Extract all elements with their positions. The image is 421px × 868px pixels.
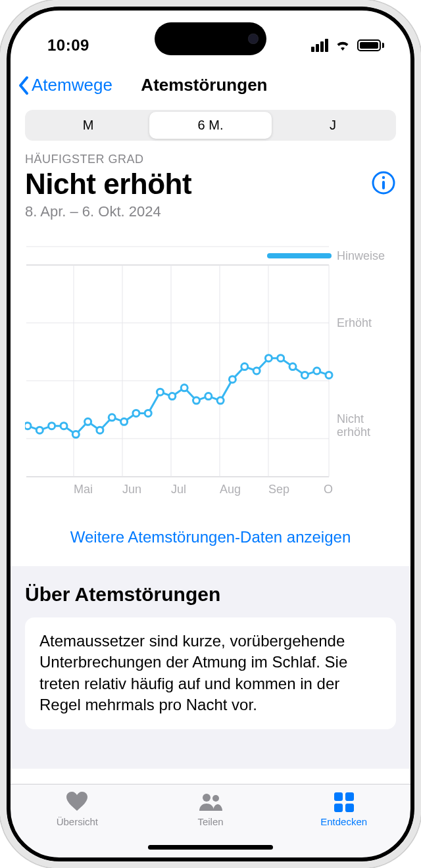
tab-discover-label: Entdecken (320, 816, 367, 827)
svg-point-39 (229, 376, 235, 383)
svg-point-35 (181, 385, 187, 391)
svg-point-33 (157, 389, 164, 395)
svg-point-28 (97, 427, 103, 433)
svg-point-36 (193, 397, 200, 404)
grid-icon (332, 791, 357, 813)
svg-text:Aug: Aug (220, 483, 241, 496)
wifi-icon (334, 39, 351, 52)
about-title: Über Atemstörungen (25, 583, 396, 606)
chart[interactable]: Hinweise Erhöht Nicht erhöht Mai Jun Jul… (25, 233, 396, 510)
svg-point-34 (169, 393, 176, 400)
svg-point-23 (36, 427, 43, 433)
svg-rect-52 (334, 804, 343, 812)
svg-point-26 (72, 431, 79, 438)
y-label-hinweise: Hinweise (337, 249, 385, 262)
home-indicator[interactable] (148, 845, 273, 850)
more-data-link[interactable]: Weitere Atemstörungen-Daten anzeigen (25, 528, 396, 546)
segment-six-month[interactable]: 6 M. (149, 112, 272, 139)
status-icons (311, 39, 384, 52)
tab-share-label: Teilen (197, 816, 223, 827)
svg-point-25 (61, 423, 67, 429)
svg-point-32 (145, 410, 151, 416)
svg-text:Sep: Sep (268, 483, 289, 496)
page-title: Atemstörungen (14, 75, 395, 95)
tab-overview[interactable]: Übersicht (11, 791, 144, 857)
svg-rect-2 (382, 181, 385, 189)
y-label-erhoht: Erhöht (337, 316, 372, 329)
about-section: Über Atemstörungen Atemaussetzer sind ku… (11, 566, 410, 769)
svg-point-22 (25, 423, 31, 429)
people-icon (198, 791, 223, 813)
svg-point-48 (203, 794, 210, 802)
cellular-icon (311, 39, 328, 52)
summary-value: Nicht erhöht (25, 168, 191, 201)
about-card: Atemaussetzer sind kurze, vorübergehende… (25, 617, 396, 729)
svg-text:Jun: Jun (122, 483, 141, 496)
y-label-nicht2: erhöht (337, 425, 370, 439)
svg-point-44 (289, 364, 296, 370)
tab-overview-label: Übersicht (57, 816, 98, 827)
svg-point-49 (212, 795, 219, 802)
svg-point-37 (205, 393, 212, 400)
svg-point-47 (326, 372, 332, 378)
time-range-segmented[interactable]: M 6 M. J (25, 110, 396, 141)
svg-text:Jul: Jul (171, 483, 186, 496)
svg-point-43 (278, 355, 284, 362)
tab-discover[interactable]: Entdecken (277, 791, 410, 857)
svg-rect-53 (345, 804, 354, 812)
svg-point-1 (382, 176, 385, 179)
dynamic-island (155, 22, 266, 55)
svg-point-46 (314, 368, 320, 374)
svg-point-29 (109, 414, 115, 421)
svg-text:Mai: Mai (74, 483, 93, 496)
y-label-nicht1: Nicht (337, 412, 364, 425)
svg-point-42 (265, 355, 272, 362)
svg-rect-50 (334, 792, 343, 801)
status-time: 10:09 (47, 36, 89, 55)
svg-text:O: O (324, 483, 333, 496)
svg-point-31 (133, 410, 139, 416)
nav-header: Atemwege Atemstörungen (11, 63, 410, 102)
svg-point-30 (121, 418, 128, 425)
segment-month[interactable]: M (27, 112, 149, 139)
svg-point-38 (217, 397, 224, 404)
segment-year[interactable]: J (272, 112, 394, 139)
heart-icon (64, 791, 89, 813)
svg-rect-51 (345, 792, 354, 801)
svg-point-27 (85, 418, 91, 425)
chart-series (25, 355, 332, 438)
svg-point-45 (301, 372, 308, 378)
battery-icon (357, 39, 384, 51)
summary-date-range: 8. Apr. – 6. Okt. 2024 (25, 203, 396, 220)
summary-label: HÄUFIGSTER GRAD (25, 153, 396, 166)
svg-point-24 (49, 423, 55, 429)
info-button[interactable] (371, 170, 396, 198)
svg-point-40 (241, 364, 248, 370)
svg-point-41 (253, 368, 260, 374)
